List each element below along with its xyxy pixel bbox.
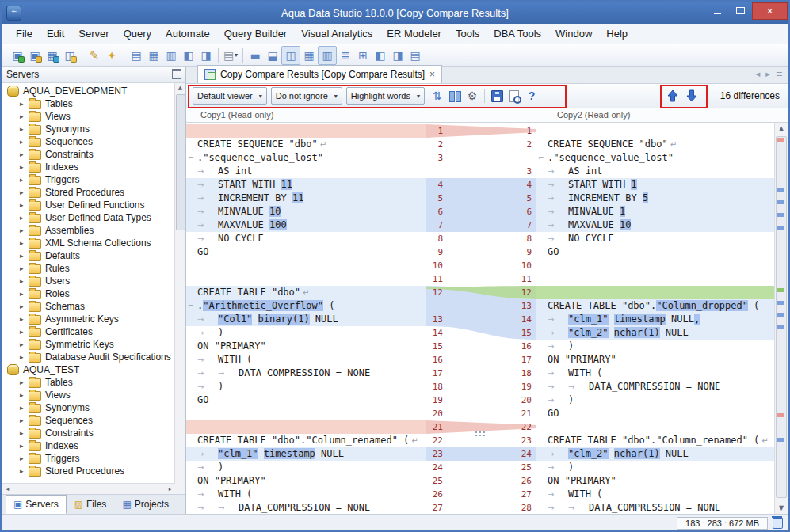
right-code-line[interactable] [536,124,775,138]
register-server-icon[interactable]: ▣ [9,47,26,64]
expand-arrow-icon[interactable]: ▸ [20,176,29,184]
compare-settings-gear-icon[interactable]: ⚙ [464,87,481,104]
right-code-line[interactable] [536,286,775,299]
scroll-left-icon[interactable]: ◂ [2,486,13,492]
tree-item-roles[interactable]: ▸Roles [2,287,175,300]
server-windows-icon[interactable]: ◫ [61,47,78,64]
sync-scrolling-icon[interactable]: ⇅ [429,87,446,104]
left-code-line[interactable]: CREATE TABLE "dbo"↵ [186,286,426,299]
right-code-line[interactable]: GO [536,407,775,420]
right-code-line[interactable]: →→DATA_COMPRESSION = NONE [536,501,775,514]
tree-item-aqua-test[interactable]: AQUA_TEST [2,363,175,376]
tree-item-users[interactable]: ▸Users [2,275,175,287]
left-code-line[interactable]: →START WITH 11 [186,178,426,192]
expand-arrow-icon[interactable]: ▸ [20,328,29,336]
expand-arrow-icon[interactable]: ▸ [20,138,29,146]
right-code-line[interactable]: →WITH ( [536,367,775,380]
sidebar-tab-files[interactable]: ▨Files [67,495,115,514]
scroll-right-icon[interactable]: ▸ [165,486,175,492]
automate-icon[interactable]: ✦ [103,47,120,64]
menu-er-modeler[interactable]: ER Modeler [380,25,448,42]
expand-arrow-icon[interactable]: ▸ [20,302,29,310]
list-view-icon[interactable]: ▤ [406,47,424,64]
tree-item-synonyms[interactable]: ▸Synonyms [2,401,175,414]
tree-item-constraints[interactable]: ▸Constraints [2,427,175,439]
left-code-line[interactable] [186,272,426,286]
expand-arrow-icon[interactable]: ▸ [20,163,29,171]
dock-panel-icon[interactable] [172,69,181,79]
right-code-line[interactable]: →WITH ( [536,488,775,501]
right-code-line[interactable]: →) [536,340,775,353]
menu-tools[interactable]: Tools [448,25,487,42]
column-headers-icon[interactable]: ▥ [318,46,337,65]
expand-arrow-icon[interactable]: ▸ [20,442,29,450]
tree-item-assemblies[interactable]: ▸Assemblies [2,224,175,237]
previous-difference-button[interactable] [663,86,682,105]
left-code-line[interactable]: →) [186,326,426,340]
tab-copy-compare-results[interactable]: Copy Compare Results [Copy Compare Resul… [197,65,442,83]
expand-arrow-icon[interactable]: ▸ [20,264,29,272]
left-code-line[interactable] [186,124,426,138]
layout-rows-icon[interactable]: ⬓ [264,47,281,64]
expand-arrow-icon[interactable]: ▸ [20,112,29,120]
tree-item-aqua-development[interactable]: AQUA_DEVELOPMENT [2,85,175,97]
tree-item-asymmetric-keys[interactable]: ▸Asymmetric Keys [2,313,175,325]
sidebar-tab-projects[interactable]: ▦Projects [114,495,177,514]
right-code-line[interactable]: →"clm_1" timestamp NULL, [536,313,775,326]
tree-item-user-defined-data-types[interactable]: ▸User Defined Data Types [2,211,175,224]
left-code-line[interactable]: CREATE TABLE "dbo"."Column_renamed" (↵ [186,434,426,447]
expand-arrow-icon[interactable]: ▸ [20,150,29,158]
tab-list-icon[interactable]: ≡ [776,69,783,79]
right-code-line[interactable]: →NO CYCLE [536,232,775,245]
tree-item-defaults[interactable]: ▸Defaults [2,249,175,262]
right-code-line[interactable]: →MINVALUE 1 [536,205,775,218]
right-code-line[interactable]: CREATE TABLE "dbo"."Column_renamed" (↵ [536,434,775,447]
tree-item-certificates[interactable]: ▸Certificates [2,325,175,338]
right-code-line[interactable] [536,420,775,434]
query-analyzer-icon[interactable]: ▤ [128,47,145,64]
window-tile-icon[interactable]: ◧ [180,47,197,64]
tab-scroll-left-icon[interactable]: ◂ [756,69,761,79]
tree-item-views[interactable]: ▸Views [2,110,175,123]
left-code-line[interactable]: ON "PRIMARY" [186,340,426,353]
right-code-line[interactable]: →"clm_2" nchar(1) NULL [536,447,775,461]
tab-close-icon[interactable]: × [429,69,435,80]
split-left-icon[interactable]: ◧ [372,47,389,64]
cell-grid-icon[interactable]: ⊞ [354,47,372,64]
expand-arrow-icon[interactable]: ▸ [20,404,29,412]
tab-scroll-right-icon[interactable]: ▸ [765,69,770,79]
left-code-line[interactable]: →MAXVALUE 100 [186,218,426,232]
right-code-line[interactable]: →START WITH 1 [536,178,775,192]
expand-arrow-icon[interactable]: ▸ [20,125,29,133]
left-code-line[interactable]: →WITH ( [186,353,426,367]
left-code-line[interactable]: →) [186,380,426,393]
query-window-icon[interactable]: ✎ [86,47,103,64]
right-editor-pane[interactable]: CREATE SEQUENCE "dbo"↵⌐."sequence_value_… [536,124,775,514]
new-file-icon[interactable]: ▤▾ [222,47,239,64]
tree-item-xml-schema-collections[interactable]: ▸XML Schema Collections [2,237,175,249]
right-code-line[interactable]: →INCREMENT BY 5 [536,192,775,205]
highlight-select[interactable]: Highlight words ▾ [346,87,425,104]
right-code-line[interactable]: →→DATA_COMPRESSION = NONE [536,380,775,393]
left-code-line[interactable]: →) [186,461,426,474]
right-code-line[interactable]: CREATE SEQUENCE "dbo"↵ [536,138,775,151]
left-code-line[interactable]: ⌐."sequence_value_lost" [186,151,426,165]
menu-help[interactable]: Help [599,25,635,42]
scroll-up-icon[interactable]: ▲ [175,83,185,93]
left-code-line[interactable]: GO [186,393,426,407]
tree-item-tables[interactable]: ▸Tables [2,97,175,110]
menu-query[interactable]: Query [116,25,158,42]
tree-item-sequences[interactable]: ▸Sequences [2,135,175,148]
expand-arrow-icon[interactable]: ▸ [20,340,29,348]
schema-browser-icon[interactable]: ▦ [44,47,61,64]
tree-item-indexes[interactable]: ▸Indexes [2,439,175,452]
sidebar-tab-servers[interactable]: ▣Servers [6,495,67,514]
viewer-select[interactable]: Default viewer ▾ [193,87,267,104]
expand-arrow-icon[interactable]: ▸ [20,188,29,196]
window-cascade-icon[interactable]: ◨ [197,47,215,64]
tree-item-rules[interactable]: ▸Rules [2,262,175,275]
tree-item-sequences[interactable]: ▸Sequences [2,414,175,427]
tree-scroll-thumb[interactable] [176,94,185,230]
left-code-line[interactable]: →WITH ( [186,488,426,501]
expand-arrow-icon[interactable]: ▸ [20,100,29,108]
